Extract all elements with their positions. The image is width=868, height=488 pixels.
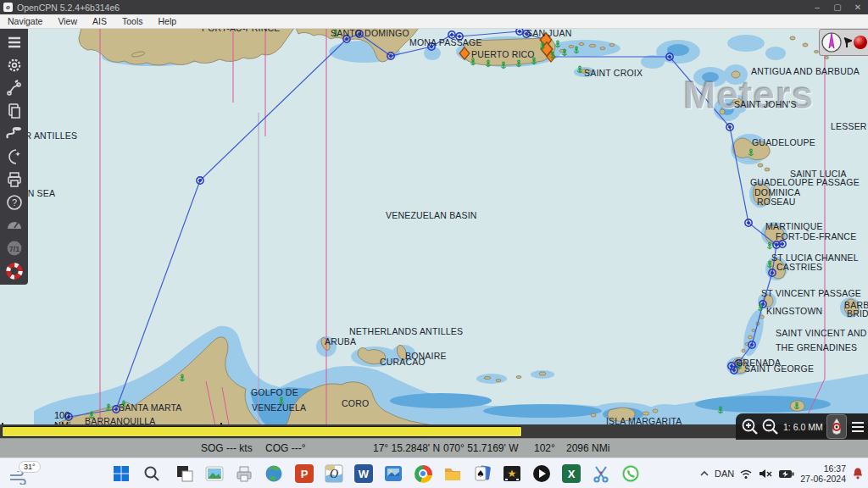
- map-label: THE GRENADINES: [776, 342, 857, 352]
- cursor-distance: 2096 NMi: [566, 442, 609, 454]
- map-label: SAN JUAN: [526, 28, 572, 38]
- taskbar-movies-app[interactable]: ★: [502, 463, 522, 484]
- taskbar-whatsapp-app[interactable]: [620, 463, 641, 484]
- map-label: ANTIGUA AND BARBUDA: [751, 66, 860, 76]
- excel-icon: X: [562, 464, 581, 483]
- taskbar-solitaire-app[interactable]: ♠: [472, 463, 492, 484]
- map-label: MONA PASSAGE: [409, 37, 482, 47]
- svg-text:O: O: [330, 468, 338, 480]
- toolbar-options-button[interactable]: [3, 53, 25, 76]
- word-icon: W: [354, 464, 373, 483]
- main-toolbar: ? 7/1: [0, 28, 28, 285]
- system-tray: DAN 16:37 27-06-2024: [699, 458, 865, 488]
- chrome-icon: [415, 465, 432, 483]
- chart-bar-segment[interactable]: [2, 426, 522, 437]
- map-label: SAINT CROIX: [584, 68, 643, 78]
- task-view-icon: [175, 464, 194, 483]
- chart-canvas[interactable]: Meters PORT-AU-PRINCESANTO DOMINGOMONA P…: [0, 28, 868, 438]
- gps-activity-icon: [843, 36, 852, 48]
- taskbar-fax-app[interactable]: [234, 463, 254, 484]
- panel-menu-icon: [849, 419, 866, 435]
- window-titlebar[interactable]: o OpenCPN 5.2.4+6b314e6 – ▢ ✕: [0, 0, 868, 14]
- compass-rose-icon[interactable]: [821, 31, 843, 53]
- map-label: BRIDGETOWN: [847, 308, 868, 319]
- toolbar-help-button[interactable]: ?: [3, 191, 25, 214]
- compass-widget[interactable]: [819, 29, 868, 56]
- wind-icon: [8, 471, 27, 485]
- svg-text:♠: ♠: [476, 469, 485, 480]
- temperature-badge: 31°: [19, 461, 41, 473]
- toolbar-print-button[interactable]: [3, 168, 25, 191]
- taskbar-search-button[interactable]: [142, 463, 162, 484]
- desktop: o OpenCPN 5.2.4+6b314e6 – ▢ ✕ Navigate V…: [0, 0, 868, 488]
- toolbar-mob-button[interactable]: [3, 259, 25, 282]
- opencpn-app-icon: O: [325, 464, 343, 483]
- chartbar-menu-button[interactable]: [849, 419, 866, 435]
- toolbar-create-route-button[interactable]: [3, 76, 25, 99]
- menu-tools[interactable]: Tools: [114, 16, 151, 26]
- cursor-latitude: 17° 15.2848' N: [373, 442, 440, 454]
- menu-navigate[interactable]: Navigate: [0, 16, 50, 26]
- scissors-icon: [592, 464, 610, 483]
- maximize-button[interactable]: ▢: [827, 0, 848, 14]
- whatsapp-icon: [621, 464, 640, 483]
- menu-ais[interactable]: AIS: [85, 16, 114, 26]
- tray-clock[interactable]: 16:37 27-06-2024: [800, 463, 846, 484]
- tray-chevron-icon[interactable]: [699, 469, 709, 478]
- solitaire-cards-icon: ♠: [473, 464, 492, 483]
- blue-media-app-icon: [384, 464, 403, 483]
- map-label: ST VINCENT PASSAGE: [761, 288, 861, 298]
- weather-widget[interactable]: 31°: [7, 461, 58, 486]
- close-button[interactable]: ✕: [848, 0, 868, 14]
- language-indicator[interactable]: DAN: [715, 469, 734, 479]
- map-label: CURACAO: [380, 357, 426, 367]
- toolbar-track-button[interactable]: [3, 122, 25, 145]
- taskbar-word-app[interactable]: W: [353, 463, 374, 484]
- boat-icon: [827, 418, 846, 436]
- hamburger-icon: [6, 34, 23, 51]
- media-player-icon: [532, 464, 551, 483]
- menu-view[interactable]: View: [50, 16, 85, 26]
- taskbar-snipping-app[interactable]: [591, 463, 611, 484]
- windows-logo-icon: [113, 465, 130, 482]
- taskbar-globe-app[interactable]: [264, 463, 284, 484]
- task-view-button[interactable]: [175, 463, 195, 484]
- svg-text:★: ★: [508, 468, 517, 480]
- taskbar-powerpoint-app[interactable]: P: [294, 463, 314, 484]
- zoom-out-button[interactable]: [761, 418, 780, 436]
- toolbar-weather-button[interactable]: 7/1: [3, 236, 25, 259]
- route-manager-icon: [6, 103, 23, 119]
- toolbar-menu-button[interactable]: [3, 30, 25, 53]
- notification-bell-icon[interactable]: [851, 467, 865, 480]
- taskbar-media-app[interactable]: [383, 463, 403, 484]
- svg-text:?: ?: [11, 197, 16, 208]
- taskbar-photos-app[interactable]: [204, 463, 225, 484]
- route-create-icon: [6, 80, 23, 97]
- printer-app-icon: [235, 464, 253, 483]
- volume-muted-icon[interactable]: [758, 468, 773, 480]
- cog-readout: COG ---°: [265, 442, 305, 454]
- taskbar-excel-app[interactable]: X: [561, 463, 581, 484]
- chart-scale-label: 1: 6.0 MM: [783, 422, 823, 432]
- toolbar-route-manager-button[interactable]: [3, 99, 25, 122]
- map-label: CORO: [342, 398, 369, 408]
- zoom-in-button[interactable]: [741, 418, 760, 436]
- taskbar-explorer-app[interactable]: [442, 463, 463, 484]
- follow-vessel-button[interactable]: [826, 414, 847, 439]
- dashboard-gauge-icon: [6, 217, 23, 234]
- taskbar-mediaplayer-app[interactable]: [531, 463, 552, 484]
- map-label: SANTA MARTA: [119, 402, 182, 413]
- battery-icon[interactable]: [778, 468, 795, 480]
- opencpn-logo-icon: o: [3, 3, 13, 12]
- toolbar-dashboard-button[interactable]: [3, 214, 25, 236]
- wifi-icon[interactable]: [739, 468, 753, 480]
- minimize-button[interactable]: –: [807, 0, 827, 14]
- map-label: SAINT VINCENT AND: [776, 328, 866, 338]
- cursor-bearing: 102°: [534, 442, 555, 454]
- taskbar-opencpn-app[interactable]: O: [324, 463, 344, 484]
- taskbar-chrome-app[interactable]: [413, 463, 433, 484]
- start-button[interactable]: [111, 463, 131, 484]
- menu-bar: Navigate View AIS Tools Help: [0, 14, 868, 29]
- menu-help[interactable]: Help: [150, 16, 184, 26]
- toolbar-colorscheme-button[interactable]: [3, 145, 25, 168]
